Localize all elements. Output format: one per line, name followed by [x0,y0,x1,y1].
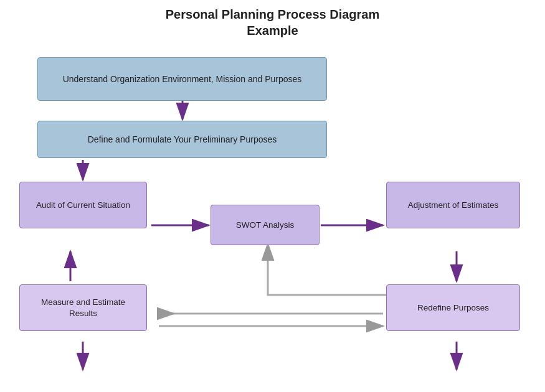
understand-box: Understand Organization Environment, Mis… [37,57,327,101]
adjustment-box: Adjustment of Estimates [386,182,520,228]
audit-box: Audit of Current Situation [19,182,147,228]
diagram-area: Understand Organization Environment, Mis… [0,46,545,392]
measure-box: Measure and Estimate Results [19,284,147,331]
define-box: Define and Formulate Your Preliminary Pu… [37,121,327,158]
redefine-box: Redefine Purposes [386,284,520,331]
page-title: Personal Planning Process Diagram Exampl… [0,0,545,39]
swot-box: SWOT Analysis [211,205,320,245]
